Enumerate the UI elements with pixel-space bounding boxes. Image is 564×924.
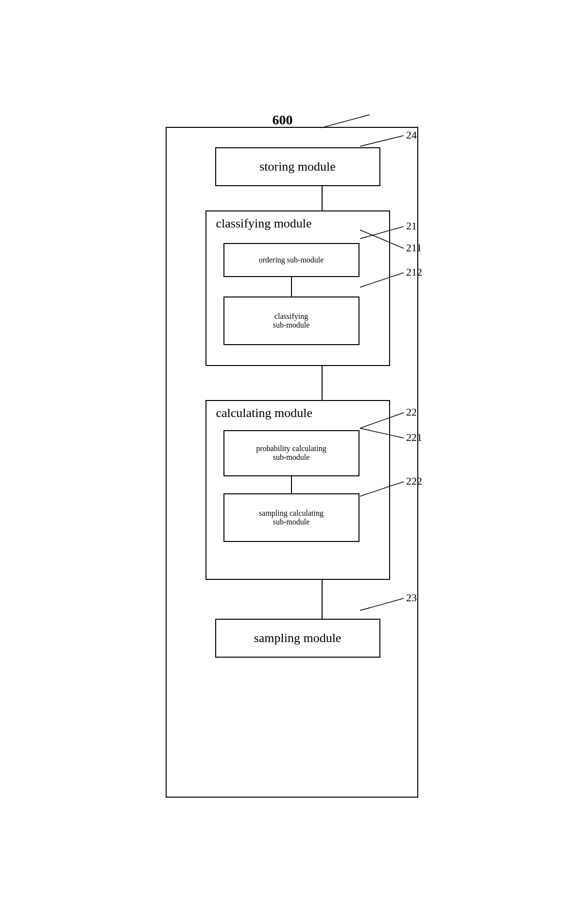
outer-box-600: storing module classifying module orderi…	[166, 127, 418, 798]
probability-submodule-label1: probability calculating	[256, 444, 326, 453]
calculating-module-box: calculating module probability calculati…	[205, 400, 390, 580]
sampling-calc-label2: sub-module	[273, 518, 310, 526]
sampling-module-label: sampling module	[254, 631, 342, 645]
ref-label-600: 600	[273, 112, 293, 128]
ordering-submodule-box: ordering sub-module	[223, 243, 359, 277]
connector-storing-classifying	[322, 186, 323, 210]
classifying-module-label: classifying module	[216, 216, 399, 231]
diagram-container: 600 storing module classifying module or…	[137, 98, 428, 827]
storing-module-box: storing module	[215, 147, 380, 186]
probability-submodule-box: probability calculating sub-module	[223, 430, 359, 476]
connector-prob-sampling-calc	[291, 476, 292, 493]
connector-ordering-classifying-sub	[291, 277, 292, 296]
connector-calculating-sampling	[322, 580, 323, 619]
classifying-submodule-label: classifying	[274, 312, 308, 321]
svg-line-0	[321, 115, 370, 128]
connector-classifying-calculating	[322, 366, 323, 400]
sampling-module-box: sampling module	[215, 619, 380, 658]
classifying-module-box: classifying module ordering sub-module c…	[205, 210, 390, 366]
classifying-submodule-label2: sub-module	[273, 321, 310, 330]
sampling-calc-submodule-box: sampling calculating sub-module	[223, 493, 359, 542]
ordering-submodule-label: ordering sub-module	[259, 256, 324, 264]
probability-submodule-label2: sub-module	[273, 453, 310, 462]
sampling-calc-label1: sampling calculating	[259, 509, 324, 518]
storing-module-label: storing module	[259, 159, 336, 174]
calculating-module-label: calculating module	[216, 406, 399, 420]
classifying-submodule-box: classifying sub-module	[223, 296, 359, 345]
